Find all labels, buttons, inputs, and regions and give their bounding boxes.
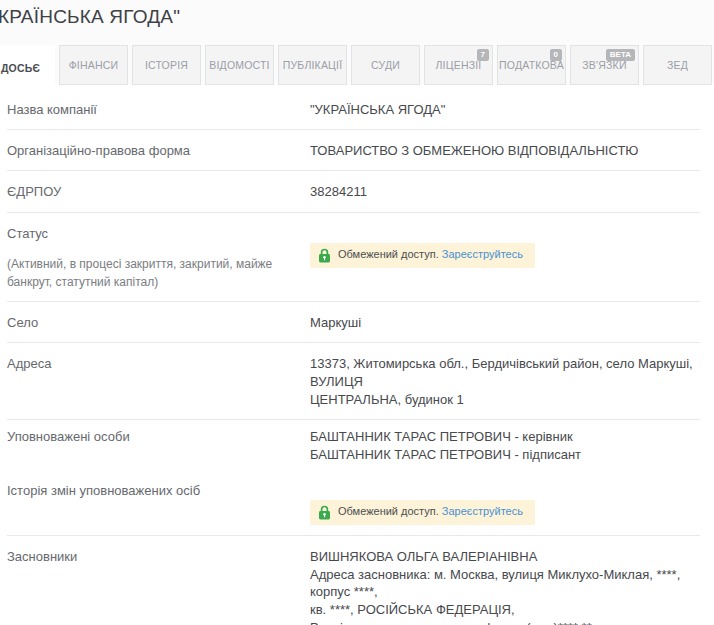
row-company-name: Назва компанії "УКРАЇНСЬКА ЯГОДА" [7,89,700,130]
tab-details-label: ВІДОМОСТІ [209,59,269,71]
tab-licenses-label: ЛІЦЕНЗІЇ [436,59,482,71]
status-sublabel: (Активний, в процесі закриття, закритий,… [7,255,279,291]
legal-form-value: ТОВАРИСТВО З ОБМЕЖЕНОЮ ВІДПОВІДАЛЬНІСТЮ [310,142,700,160]
row-legal-form: Організаційно-правова форма ТОВАРИСТВО З… [7,130,700,171]
restricted-text: Обмежений доступ. [338,248,439,260]
lock-icon [318,505,331,520]
tab-details[interactable]: ВІДОМОСТІ [205,45,274,85]
tab-tax[interactable]: 0 ПОДАТКОВА [497,45,566,85]
row-founders: Засновники ВИШНЯКОВА ОЛЬГА ВАЛЕРІАНІВНА … [7,536,700,625]
tab-publications[interactable]: ПУБЛІКАЦІЇ [278,45,347,85]
row-status: Статус (Активний, в процесі закриття, за… [7,213,700,302]
tab-history-label: ІСТОРІЯ [145,59,188,71]
restricted-access-text: Обмежений доступ. Зареєструйтесь [338,505,523,518]
row-officers: Уповноважені особи БАШТАННИК ТАРАС ПЕТРО… [7,420,700,470]
officers-history-label: Історія змін уповноважених осіб [7,482,310,500]
tab-courts[interactable]: СУДИ [351,45,420,85]
restricted-text: Обмежений доступ. [338,505,439,517]
tab-finances[interactable]: ФІНАНСИ [59,45,128,85]
founders-label: Засновники [7,548,310,566]
row-address: Адреса 13373, Житомирська обл., Бердичів… [7,343,700,420]
register-link[interactable]: Зареєструйтесь [442,505,523,517]
tab-connections[interactable]: Beta ЗВ'ЯЗКИ [570,45,639,85]
lock-icon [318,248,331,263]
company-name-label: Назва компанії [7,101,310,119]
founders-value: ВИШНЯКОВА ОЛЬГА ВАЛЕРІАНІВНА Адреса засн… [310,548,700,625]
tab-dossier[interactable]: ДОСЬЄ [0,45,55,91]
tab-finances-label: ФІНАНСИ [69,59,119,71]
page-header: КРАЇНСЬКА ЯГОДА" ДОСЬЄ ФІНАНСИ ІСТОРІЯ В… [0,0,714,85]
tab-licenses-count-badge: 7 [477,49,489,61]
status-label-cell: Статус (Активний, в процесі закриття, за… [7,225,310,291]
status-value: Обмежений доступ. Зареєструйтесь [310,225,700,268]
status-label: Статус [7,225,294,243]
edrpou-label: ЄДРПОУ [7,183,310,201]
tab-courts-label: СУДИ [371,59,400,71]
tab-publications-label: ПУБЛІКАЦІЇ [283,59,343,71]
register-link[interactable]: Зареєструйтесь [442,248,523,260]
company-name-value: "УКРАЇНСЬКА ЯГОДА" [310,101,700,119]
officers-label: Уповноважені особи [7,428,310,446]
page-title: КРАЇНСЬКА ЯГОДА" [0,6,180,28]
edrpou-value: 38284211 [310,183,700,201]
tab-foreign-trade-label: ЗЕД [667,59,688,71]
legal-form-label: Організаційно-правова форма [7,142,310,160]
tab-history[interactable]: ІСТОРІЯ [132,45,201,85]
village-value: Маркуші [310,314,700,332]
tab-foreign-trade[interactable]: ЗЕД [643,45,712,85]
dossier-table: Назва компанії "УКРАЇНСЬКА ЯГОДА" Органі… [0,85,714,625]
row-officers-history: Історія змін уповноважених осіб Обмежени… [7,470,700,536]
address-label: Адреса [7,355,310,373]
restricted-access-badge: Обмежений доступ. Зареєструйтесь [310,243,535,268]
address-value: 13373, Житомирська обл., Бердичівський р… [310,355,700,409]
tab-connections-beta-badge: Beta [606,49,635,61]
restricted-access-badge: Обмежений доступ. Зареєструйтесь [310,500,535,525]
village-label: Село [7,314,310,332]
tab-bar: ДОСЬЄ ФІНАНСИ ІСТОРІЯ ВІДОМОСТІ ПУБЛІКАЦ… [0,45,712,91]
tab-dossier-label: ДОСЬЄ [1,62,40,74]
row-edrpou: ЄДРПОУ 38284211 [7,171,700,212]
officers-value: БАШТАННИК ТАРАС ПЕТРОВИЧ - керівник БАШТ… [310,428,700,464]
restricted-access-text: Обмежений доступ. Зареєструйтесь [338,248,523,261]
tab-tax-count-badge: 0 [550,49,562,61]
tab-licenses[interactable]: 7 ЛІЦЕНЗІЇ [424,45,493,85]
row-village: Село Маркуші [7,302,700,343]
officers-history-value: Обмежений доступ. Зареєструйтесь [310,482,700,525]
